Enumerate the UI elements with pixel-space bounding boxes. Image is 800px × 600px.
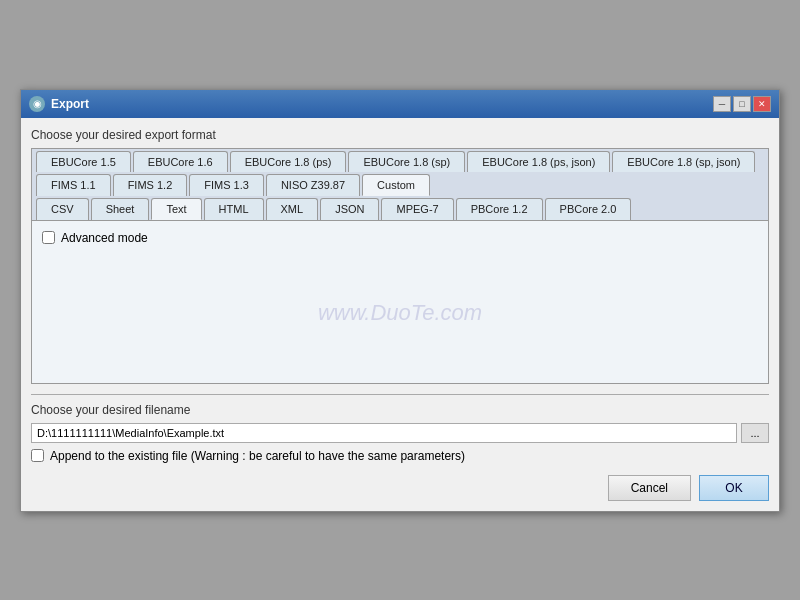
tab-xml[interactable]: XML (266, 198, 319, 220)
tab-ebucore18psjson[interactable]: EBUCore 1.8 (ps, json) (467, 151, 610, 172)
tab-ebucore18sp[interactable]: EBUCore 1.8 (sp) (348, 151, 465, 172)
watermark: www.DuoTe.com (318, 300, 482, 326)
tab-content: Advanced mode www.DuoTe.com (32, 220, 768, 383)
advanced-mode-checkbox[interactable] (42, 231, 55, 244)
format-section-label: Choose your desired export format (31, 128, 769, 142)
tab-ebucore16[interactable]: EBUCore 1.6 (133, 151, 228, 172)
tab-row-2: FIMS 1.1 FIMS 1.2 FIMS 1.3 NISO Z39.87 C… (32, 172, 768, 196)
tab-row-1: EBUCore 1.5 EBUCore 1.6 EBUCore 1.8 (ps)… (32, 149, 768, 172)
app-icon: ◉ (29, 96, 45, 112)
browse-button[interactable]: ... (741, 423, 769, 443)
close-button[interactable]: ✕ (753, 96, 771, 112)
advanced-mode-row: Advanced mode (42, 231, 758, 245)
filename-section: Choose your desired filename ... Append … (31, 403, 769, 463)
separator (31, 394, 769, 395)
tab-html[interactable]: HTML (204, 198, 264, 220)
tab-niso[interactable]: NISO Z39.87 (266, 174, 360, 196)
ok-button[interactable]: OK (699, 475, 769, 501)
tab-custom[interactable]: Custom (362, 174, 430, 196)
filename-input[interactable] (31, 423, 737, 443)
window-body: Choose your desired export format EBUCor… (21, 118, 779, 511)
tab-row-3: CSV Sheet Text HTML XML JSON MPEG-7 PBCo… (32, 196, 768, 220)
tabs-container: EBUCore 1.5 EBUCore 1.6 EBUCore 1.8 (ps)… (31, 148, 769, 384)
tab-fims11[interactable]: FIMS 1.1 (36, 174, 111, 196)
tab-ebucore15[interactable]: EBUCore 1.5 (36, 151, 131, 172)
tab-csv[interactable]: CSV (36, 198, 89, 220)
bottom-buttons: Cancel OK (31, 475, 769, 501)
tab-mpeg7[interactable]: MPEG-7 (381, 198, 453, 220)
tab-json[interactable]: JSON (320, 198, 379, 220)
tab-pbcore12[interactable]: PBCore 1.2 (456, 198, 543, 220)
tab-pbcore20[interactable]: PBCore 2.0 (545, 198, 632, 220)
minimize-button[interactable]: ─ (713, 96, 731, 112)
cancel-button[interactable]: Cancel (608, 475, 691, 501)
append-label: Append to the existing file (Warning : b… (50, 449, 465, 463)
export-dialog: ◉ Export ─ □ ✕ Choose your desired expor… (20, 89, 780, 512)
tab-text[interactable]: Text (151, 198, 201, 220)
filename-row: ... (31, 423, 769, 443)
window-controls: ─ □ ✕ (713, 96, 771, 112)
window-title: Export (51, 97, 89, 111)
tab-ebucore18ps[interactable]: EBUCore 1.8 (ps) (230, 151, 347, 172)
content-area: www.DuoTe.com (42, 253, 758, 373)
title-bar: ◉ Export ─ □ ✕ (21, 90, 779, 118)
tab-sheet[interactable]: Sheet (91, 198, 150, 220)
append-row: Append to the existing file (Warning : b… (31, 449, 769, 463)
append-checkbox[interactable] (31, 449, 44, 462)
filename-label: Choose your desired filename (31, 403, 769, 417)
tab-ebucore18spjson[interactable]: EBUCore 1.8 (sp, json) (612, 151, 755, 172)
maximize-button[interactable]: □ (733, 96, 751, 112)
tab-fims12[interactable]: FIMS 1.2 (113, 174, 188, 196)
tab-fims13[interactable]: FIMS 1.3 (189, 174, 264, 196)
advanced-mode-label: Advanced mode (61, 231, 148, 245)
